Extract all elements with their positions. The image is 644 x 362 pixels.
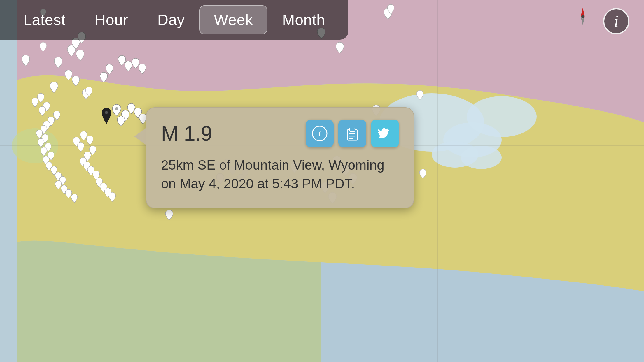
popup-clipboard-button[interactable] <box>338 120 366 147</box>
svg-text:i: i <box>318 129 321 138</box>
tab-week[interactable]: Week <box>199 5 267 34</box>
svg-point-16 <box>581 15 584 18</box>
svg-point-5 <box>461 146 502 169</box>
info-circle-icon: i <box>312 126 328 141</box>
popup-header: M 1.9 i <box>161 120 399 147</box>
clipboard-icon <box>344 126 360 141</box>
svg-point-12 <box>115 107 118 110</box>
tab-day[interactable]: Day <box>143 5 199 34</box>
tab-hour[interactable]: Hour <box>80 5 143 34</box>
svg-point-13 <box>105 111 108 114</box>
info-icon: i <box>614 12 619 31</box>
svg-point-3 <box>467 96 537 137</box>
info-button[interactable]: i <box>603 8 629 34</box>
tab-latest[interactable]: Latest <box>9 5 80 34</box>
nav-bar: Latest Hour Day Week Month <box>0 0 348 40</box>
popup-card: M 1.9 i <box>146 107 414 208</box>
twitter-icon <box>377 126 393 141</box>
popup-actions: i <box>306 120 399 147</box>
popup-magnitude: M 1.9 <box>161 122 212 145</box>
svg-rect-20 <box>350 128 355 131</box>
popup-info-button[interactable]: i <box>306 120 334 147</box>
popup-description: 25km SE of Mountain View, Wyoming on May… <box>161 156 399 193</box>
popup-twitter-button[interactable] <box>371 120 399 147</box>
tab-month[interactable]: Month <box>267 5 340 34</box>
compass <box>573 6 593 27</box>
